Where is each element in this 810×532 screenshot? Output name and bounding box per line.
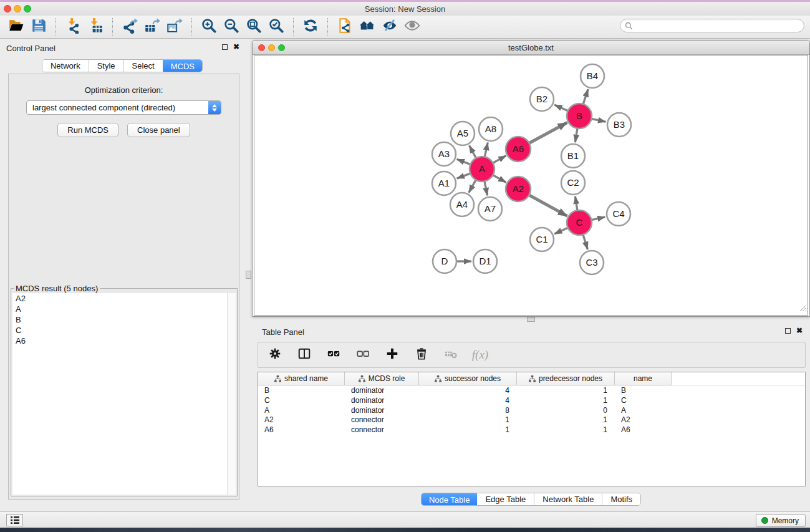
node-B4[interactable]: B4: [581, 64, 604, 88]
tab-select[interactable]: Select: [124, 60, 163, 72]
table-mode-gear-button[interactable]: [267, 347, 283, 363]
edge-C-C1[interactable]: [554, 228, 568, 234]
node-C1[interactable]: C1: [530, 228, 554, 251]
edge-A-A8[interactable]: [485, 143, 488, 157]
node-C4[interactable]: C4: [607, 202, 630, 226]
table-float-panel-icon[interactable]: [785, 328, 791, 334]
tab-network[interactable]: Network: [42, 60, 89, 72]
export-network-button[interactable]: [118, 17, 141, 37]
mcds-result-list[interactable]: A2ABCA6: [12, 293, 227, 495]
node-A7[interactable]: A7: [478, 197, 502, 221]
node-table[interactable]: shared nameMCDS rolesuccessor nodesprede…: [258, 372, 806, 486]
edge-A-A5[interactable]: [470, 145, 476, 158]
vertical-split-handle[interactable]: [246, 271, 251, 279]
column-header-successor-nodes[interactable]: successor nodes: [419, 372, 517, 385]
float-panel-icon[interactable]: [222, 44, 228, 50]
network-close-button[interactable]: [258, 44, 265, 51]
mcds-result-item[interactable]: C: [12, 325, 227, 336]
refresh-button[interactable]: [299, 17, 322, 37]
table-tab-motifs[interactable]: Motifs: [602, 493, 640, 505]
export-table-button[interactable]: [141, 17, 163, 37]
eye-button[interactable]: [401, 17, 423, 37]
network-document-button[interactable]: [334, 17, 356, 37]
optimization-criterion-select[interactable]: largest connected component (directed): [26, 100, 221, 115]
table-row[interactable]: A6connector11A6: [258, 425, 805, 435]
node-A5[interactable]: A5: [451, 122, 475, 145]
node-A8[interactable]: A8: [479, 117, 503, 141]
edge-A-A6[interactable]: [493, 156, 506, 163]
mcds-result-item[interactable]: A6: [12, 336, 227, 346]
hide-eye-button[interactable]: [378, 17, 401, 37]
node-A2[interactable]: A2: [506, 177, 531, 201]
home-button[interactable]: [356, 17, 378, 37]
select-all-button[interactable]: [325, 347, 342, 363]
window-resize-grip[interactable]: [798, 303, 806, 314]
import-network-button[interactable]: [62, 17, 84, 37]
close-panel-icon[interactable]: ✖: [233, 44, 239, 50]
new-column-button[interactable]: [384, 347, 400, 363]
table-row[interactable]: A2connector11A2: [258, 415, 805, 425]
delete-columns-button[interactable]: [413, 347, 430, 363]
network-minimize-button[interactable]: [268, 44, 275, 51]
edge-B-B1[interactable]: [575, 128, 577, 143]
node-A4[interactable]: A4: [450, 193, 474, 216]
edge-A-A2[interactable]: [493, 175, 506, 183]
result-scrollbar[interactable]: [227, 293, 236, 495]
node-A6[interactable]: A6: [506, 137, 531, 162]
table-tab-node-table[interactable]: Node Table: [421, 493, 478, 506]
run-mcds-button[interactable]: Run MCDS: [57, 123, 118, 137]
table-row[interactable]: Cdominator41C: [258, 395, 805, 405]
edge-B-B4[interactable]: [583, 89, 588, 104]
edge-B-B2[interactable]: [554, 105, 568, 111]
node-C2[interactable]: C2: [561, 171, 585, 195]
node-A[interactable]: A: [470, 157, 494, 181]
task-history-button[interactable]: [6, 514, 23, 526]
zoom-window-button[interactable]: [24, 5, 31, 12]
node-A3[interactable]: A3: [432, 142, 456, 166]
search-input[interactable]: [633, 20, 804, 31]
node-B2[interactable]: B2: [530, 87, 554, 111]
node-B[interactable]: B: [567, 104, 592, 128]
export-image-button[interactable]: [163, 17, 186, 37]
zoom-in-button[interactable]: [198, 17, 220, 37]
node-C[interactable]: C: [567, 210, 592, 235]
table-row[interactable]: Bdominator41B: [258, 385, 805, 395]
mcds-result-item[interactable]: A: [12, 304, 227, 314]
node-A1[interactable]: A1: [432, 172, 456, 195]
edge-A-A4[interactable]: [469, 180, 476, 192]
import-table-button[interactable]: [84, 17, 107, 37]
tab-style[interactable]: Style: [89, 60, 124, 72]
edge-C-C3[interactable]: [583, 235, 587, 249]
edge-A-A7[interactable]: [485, 181, 488, 196]
node-D[interactable]: D: [433, 249, 456, 273]
column-header-MCDS-role[interactable]: MCDS role: [345, 372, 419, 385]
table-tab-edge-table[interactable]: Edge Table: [477, 493, 534, 505]
network-canvas[interactable]: B4B2BB3A8A5A6A3B1AA1C2A2A4A7C4CC1C3DD1: [254, 55, 808, 316]
tab-mcds[interactable]: MCDS: [163, 59, 203, 72]
column-header-predecessor-nodes[interactable]: predecessor nodes: [517, 372, 615, 385]
memory-button[interactable]: Memory: [756, 514, 806, 527]
edge-A2-C[interactable]: [529, 195, 567, 216]
zoom-out-button[interactable]: [220, 17, 243, 37]
zoom-fit-button[interactable]: [243, 17, 265, 37]
node-C3[interactable]: C3: [580, 251, 604, 274]
close-window-button[interactable]: [4, 5, 11, 12]
network-zoom-button[interactable]: [278, 44, 285, 51]
open-file-button[interactable]: [5, 17, 27, 37]
edge-C-C2[interactable]: [575, 196, 577, 211]
mcds-result-item[interactable]: B: [12, 314, 227, 325]
save-session-button[interactable]: [27, 17, 50, 37]
column-header-shared-name[interactable]: shared name: [258, 372, 345, 385]
edge-A-A1[interactable]: [457, 173, 471, 178]
mcds-result-item[interactable]: A2: [12, 293, 227, 304]
node-B1[interactable]: B1: [561, 144, 585, 168]
node-D1[interactable]: D1: [473, 249, 497, 273]
edge-A6-B[interactable]: [529, 123, 567, 143]
node-B3[interactable]: B3: [607, 113, 631, 137]
close-panel-button[interactable]: Close panel: [127, 123, 190, 137]
show-columns-button[interactable]: [296, 347, 312, 363]
column-header-name[interactable]: name: [615, 372, 672, 385]
deselect-all-button[interactable]: [355, 347, 371, 363]
table-row[interactable]: Adominator80A: [258, 405, 805, 415]
zoom-selected-button[interactable]: [265, 17, 287, 37]
